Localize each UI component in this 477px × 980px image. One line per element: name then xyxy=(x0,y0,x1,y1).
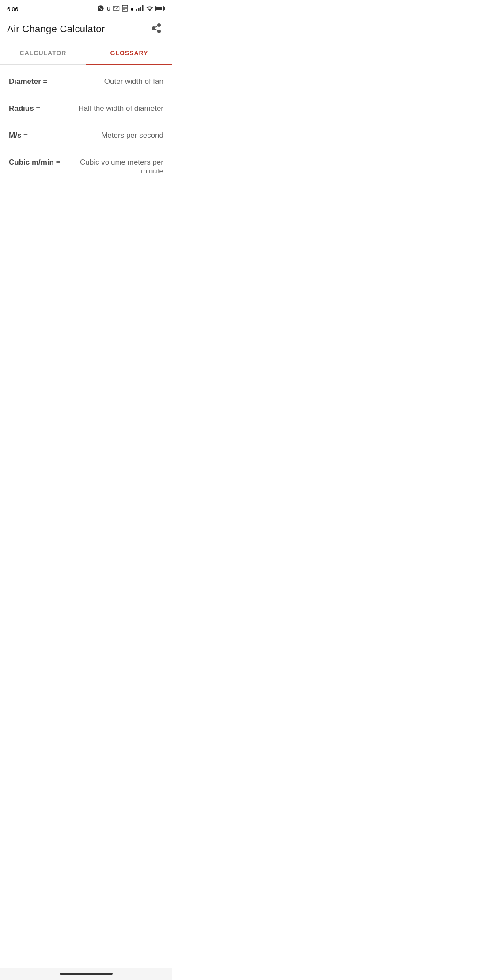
svg-rect-6 xyxy=(140,7,141,11)
svg-line-16 xyxy=(155,26,158,28)
status-time: 6:06 xyxy=(7,6,18,12)
status-icons: U ● xyxy=(97,5,165,13)
share-icon xyxy=(151,23,162,35)
svg-line-15 xyxy=(155,29,158,31)
gmail-icon xyxy=(113,6,120,12)
signal-icon xyxy=(136,5,144,13)
tab-glossary[interactable]: GLOSSARY xyxy=(86,42,172,65)
glossary-term-cubic: Cubic m/min = xyxy=(9,158,61,167)
glossary-item-cubic: Cubic m/min = Cubic volume meters per mi… xyxy=(0,149,172,185)
svg-rect-4 xyxy=(136,9,137,11)
whatsapp-icon xyxy=(97,5,104,13)
glossary-definition-radius: Half the width of diameter xyxy=(78,104,163,113)
glossary-content: Diameter = Outer width of fan Radius = H… xyxy=(0,65,172,188)
glossary-item-ms: M/s = Meters per second xyxy=(0,122,172,149)
app-title: Air Change Calculator xyxy=(7,23,105,35)
svg-rect-7 xyxy=(142,5,144,11)
memo-icon xyxy=(122,5,128,13)
glossary-term-ms: M/s = xyxy=(9,131,28,140)
share-button[interactable] xyxy=(148,19,165,38)
glossary-item-radius: Radius = Half the width of diameter xyxy=(0,95,172,122)
svg-rect-11 xyxy=(156,7,162,10)
status-bar: 6:06 U ● xyxy=(0,0,172,16)
glossary-term-diameter: Diameter = xyxy=(9,77,47,86)
tab-calculator[interactable]: CALCULATOR xyxy=(0,42,86,64)
glossary-definition-ms: Meters per second xyxy=(101,131,163,140)
glossary-term-radius: Radius = xyxy=(9,104,40,113)
notification-dot-icon: ● xyxy=(130,6,134,12)
glossary-definition-cubic: Cubic volume meters per minute xyxy=(66,158,163,176)
svg-point-8 xyxy=(149,10,150,11)
glossary-definition-diameter: Outer width of fan xyxy=(104,77,163,86)
ublock-icon: U xyxy=(106,6,110,12)
wifi-icon xyxy=(146,6,153,12)
tabs-container: CALCULATOR GLOSSARY xyxy=(0,42,172,65)
svg-rect-5 xyxy=(138,8,140,11)
svg-rect-10 xyxy=(164,7,165,10)
glossary-item-diameter: Diameter = Outer width of fan xyxy=(0,68,172,95)
battery-icon xyxy=(155,6,165,12)
app-header: Air Change Calculator xyxy=(0,16,172,42)
